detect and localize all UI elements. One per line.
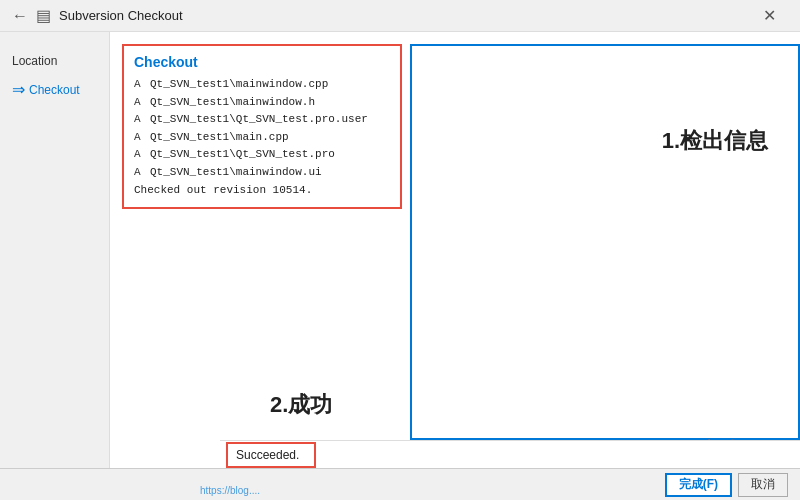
sidebar-checkout-label: Checkout: [29, 83, 80, 97]
status-text: Succeeded.: [226, 442, 316, 468]
log-line-6: A Qt_SVN_test1\mainwindow.ui: [134, 164, 390, 182]
titlebar: ← ▤ Subversion Checkout ✕: [0, 0, 800, 32]
sidebar-location-label: Location: [12, 54, 57, 68]
sidebar-item-location[interactable]: Location: [0, 48, 109, 74]
checkout-log: A Qt_SVN_test1\mainwindow.cpp A Qt_SVN_t…: [134, 76, 390, 199]
log-line-4: A Qt_SVN_test1\main.cpp: [134, 129, 390, 147]
log-text-5: Qt_SVN_test1\Qt_SVN_test.pro: [150, 146, 335, 164]
log-text-1: Qt_SVN_test1\mainwindow.cpp: [150, 76, 328, 94]
log-prefix-6: A: [134, 164, 146, 182]
bottom-bar: https://blog.... 完成(F) 取消: [0, 468, 800, 500]
log-prefix-5: A: [134, 146, 146, 164]
titlebar-left: ← ▤ Subversion Checkout: [12, 6, 183, 25]
svn-icon: ▤: [36, 6, 51, 25]
arrow-right-icon: ⇒: [12, 80, 25, 99]
log-line-1: A Qt_SVN_test1\mainwindow.cpp: [134, 76, 390, 94]
cancel-button[interactable]: 取消: [738, 473, 788, 497]
annotation-info-label: 1.检出信息: [662, 126, 768, 156]
log-prefix-1: A: [134, 76, 146, 94]
sidebar-item-checkout[interactable]: ⇒ Checkout: [0, 74, 109, 105]
sidebar: Location ⇒ Checkout: [0, 32, 110, 500]
content-area: Checkout A Qt_SVN_test1\mainwindow.cpp A…: [110, 32, 800, 500]
log-text-4: Qt_SVN_test1\main.cpp: [150, 129, 289, 147]
statusbar: Succeeded.: [220, 440, 800, 468]
checkout-box: Checkout A Qt_SVN_test1\mainwindow.cpp A…: [122, 44, 402, 209]
main-area: Location ⇒ Checkout Checkout A Qt_SVN_te…: [0, 32, 800, 500]
finish-button[interactable]: 完成(F): [665, 473, 732, 497]
log-line-2: A Qt_SVN_test1\mainwindow.h: [134, 94, 390, 112]
log-line-5: A Qt_SVN_test1\Qt_SVN_test.pro: [134, 146, 390, 164]
log-prefix-2: A: [134, 94, 146, 112]
log-line-3: A Qt_SVN_test1\Qt_SVN_test.pro.user: [134, 111, 390, 129]
log-prefix-4: A: [134, 129, 146, 147]
log-text-2: Qt_SVN_test1\mainwindow.h: [150, 94, 315, 112]
checkout-box-title: Checkout: [134, 54, 390, 70]
back-icon[interactable]: ←: [12, 7, 28, 25]
annotation-blue-box: 1.检出信息: [410, 44, 800, 440]
log-prefix-3: A: [134, 111, 146, 129]
log-text-3: Qt_SVN_test1\Qt_SVN_test.pro.user: [150, 111, 368, 129]
window-title: Subversion Checkout: [59, 8, 183, 23]
watermark: https://blog....: [200, 485, 260, 496]
revision-text: Checked out revision 10514.: [134, 182, 390, 200]
close-button[interactable]: ✕: [746, 0, 792, 32]
annotation-success-label: 2.成功: [270, 390, 332, 420]
log-text-6: Qt_SVN_test1\mainwindow.ui: [150, 164, 322, 182]
